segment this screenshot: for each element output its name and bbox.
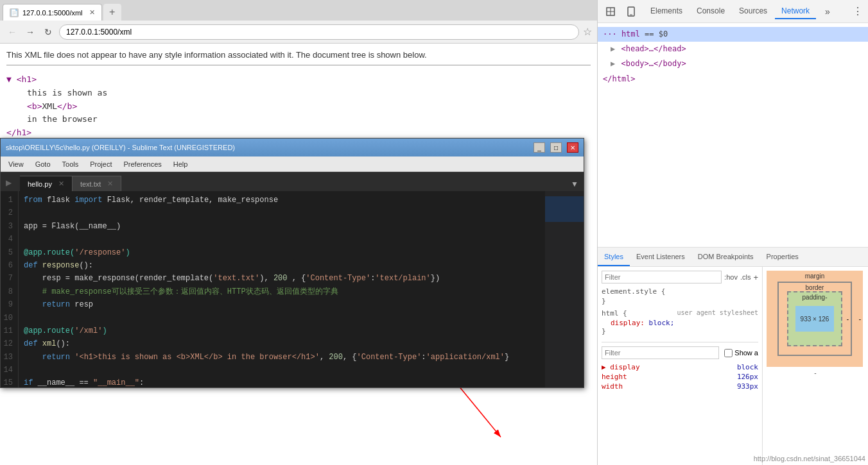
code-line-6: def response(): (24, 259, 540, 272)
code-line-15: if __name__ == "__main__": (24, 376, 540, 387)
filter-hov-btn[interactable]: :hov (724, 273, 738, 281)
computed-properties: ▶ display block height 126px width 933px (602, 363, 758, 391)
box-model-padding: padding- 933 × 126 (787, 291, 842, 346)
styles-left-panel: :hov .cls + element.style { } html { use… (598, 267, 762, 465)
code-line-11: @app.route('/xml') (24, 325, 540, 337)
comp-name-display: ▶ display (602, 363, 640, 371)
show-all-checkbox[interactable] (724, 349, 733, 357)
menu-help[interactable]: Help (168, 159, 193, 169)
menu-project[interactable]: Project (85, 159, 117, 169)
dom-head-expand[interactable]: ▶ (611, 44, 615, 53)
dom-root-tag: ··· html (603, 30, 640, 38)
bm-margin-label: margin (805, 273, 825, 280)
xml-h1-close: </h1> (6, 128, 31, 137)
menu-tools[interactable]: Tools (57, 159, 84, 169)
sublime-tab-text[interactable]: text.txt ✕ (73, 176, 121, 191)
browser-tab-active[interactable]: 📄 127.0.0.1:5000/xml ✕ (3, 4, 102, 21)
sublime-title-text: sktop\OREILLY\5c\hello.py (OREILLY) - Su… (6, 144, 528, 151)
sublime-tab-text-label: text.txt (80, 180, 101, 188)
devtools-toolbar: Elements Console Sources Network » ⋮ (598, 0, 868, 23)
style-html-close: } (602, 327, 758, 335)
style-html-selector: html { (602, 309, 627, 317)
code-line-2 (24, 207, 540, 219)
styles-filter-input[interactable] (602, 271, 722, 283)
filter-cls-btn[interactable]: .cls (740, 273, 751, 281)
bm-border-label: border (806, 284, 824, 291)
tab-elements[interactable]: Elements (644, 4, 689, 19)
dom-head-line[interactable]: ▶ <head>…</head> (598, 42, 868, 56)
browser-tab-bar: 📄 127.0.0.1:5000/xml ✕ + (0, 0, 597, 21)
address-bar[interactable] (59, 24, 579, 40)
dom-html-close: </html> (603, 74, 636, 83)
bottom-tab-styles[interactable]: Styles (598, 248, 630, 266)
filter-add-rule-btn[interactable]: + (753, 273, 758, 282)
dom-html-close-line[interactable]: </html> (598, 72, 868, 87)
minimize-btn[interactable]: _ (534, 142, 545, 153)
code-line-10 (24, 312, 540, 325)
sublime-editor[interactable]: 12345 678910 1112131415 1617 from flask … (1, 191, 584, 387)
style-rule-element: element.style { } (602, 287, 758, 305)
xml-tree: ▼ <h1> this is shown as <b>XML</b> in th… (6, 73, 591, 140)
tab-network[interactable]: Network (775, 4, 816, 19)
devtools-menu-btn[interactable]: ⋮ (853, 5, 863, 17)
sublime-tabs: ▶ hello.py ✕ text.txt ✕ ▼ (1, 172, 584, 191)
device-toolbar-btn[interactable] (623, 4, 639, 19)
bottom-tab-dom-breakpoints[interactable]: DOM Breakpoints (691, 248, 760, 266)
xml-line1: this is shown as (27, 87, 591, 100)
tab-console[interactable]: Console (690, 4, 731, 19)
sublime-menubar: View Goto Tools Project Preferences Help (1, 156, 584, 172)
comp-val-height: 126px (737, 373, 758, 381)
comp-row-width: width 933px (602, 382, 758, 391)
maximize-btn[interactable]: □ (550, 142, 562, 153)
code-line-13: return '<h1>this is shown as <b>XML</b> … (24, 351, 540, 364)
sublime-tab-text-close[interactable]: ✕ (107, 180, 113, 188)
computed-filter-input[interactable] (602, 346, 719, 359)
code-line-12: def xml(): (24, 337, 540, 350)
dom-body-expand[interactable]: ▶ (611, 59, 615, 68)
bm-bottom-dash: - (767, 369, 864, 376)
new-tab-btn[interactable]: + (103, 4, 121, 21)
xml-line2: <b>XML</b> (27, 100, 591, 114)
forward-btn[interactable]: → (23, 25, 37, 39)
style-element-close: } (602, 297, 758, 305)
xml-tree-content: this is shown as <b>XML</b> in the brows… (6, 87, 591, 126)
computed-filter-bar: Show a (602, 346, 758, 359)
menu-goto[interactable]: Goto (30, 159, 56, 169)
bm-margin-right: - (859, 316, 861, 323)
dom-body-line[interactable]: ▶ <body>…</body> (598, 56, 868, 71)
style-val-display: block; (649, 319, 675, 327)
xml-notice-text: This XML file does not appear to have an… (6, 50, 591, 65)
devtools-panel: Elements Console Sources Network » ⋮ ···… (597, 0, 868, 465)
code-line-8: # make_response可以接受三个参数：返回值内容、HTTP状态码、返回… (24, 285, 540, 298)
tab-sources[interactable]: Sources (733, 4, 774, 19)
back-btn[interactable]: ← (5, 25, 19, 39)
menu-preferences[interactable]: Preferences (118, 159, 166, 169)
code-line-14 (24, 364, 540, 376)
style-prop-display: display: (611, 319, 645, 327)
box-model-dimensions: 933 × 126 (801, 316, 829, 323)
xml-h1-open: ▼ <h1> (6, 74, 37, 84)
show-all-checkbox-label[interactable]: Show a (724, 349, 758, 357)
reload-btn[interactable]: ↻ (41, 25, 55, 39)
xml-line3: in the browser (27, 113, 591, 126)
run-icon[interactable]: ▶ (6, 178, 12, 187)
style-html-display: display: block; (602, 319, 758, 327)
devtools-more-tabs[interactable]: » (821, 6, 834, 17)
sublime-tab-hello-close[interactable]: ✕ (58, 180, 64, 188)
sublime-tab-hello[interactable]: hello.py ✕ (20, 176, 73, 191)
bottom-tab-properties[interactable]: Properties (760, 248, 805, 266)
devtools-bottom: Styles Event Listeners DOM Breakpoints P… (598, 247, 868, 465)
menu-view[interactable]: View (3, 159, 29, 169)
tabs-overflow-btn[interactable]: ▼ (566, 177, 584, 191)
tab-close-btn[interactable]: ✕ (89, 8, 95, 17)
code-editor-content[interactable]: from flask import Flask, render_template… (19, 191, 545, 387)
line-numbers: 12345 678910 1112131415 1617 (1, 191, 19, 387)
styles-panel: :hov .cls + element.style { } html { use… (598, 267, 868, 465)
bm-border-right: - (847, 316, 849, 323)
inspect-element-btn[interactable] (603, 4, 618, 19)
sublime-tab-hello-label: hello.py (28, 180, 52, 188)
bottom-tab-event-listeners[interactable]: Event Listeners (630, 248, 691, 266)
close-btn[interactable]: ✕ (567, 142, 578, 153)
dom-root-line[interactable]: ··· html == $0 (598, 27, 868, 42)
bookmark-btn[interactable]: ☆ (583, 26, 592, 38)
